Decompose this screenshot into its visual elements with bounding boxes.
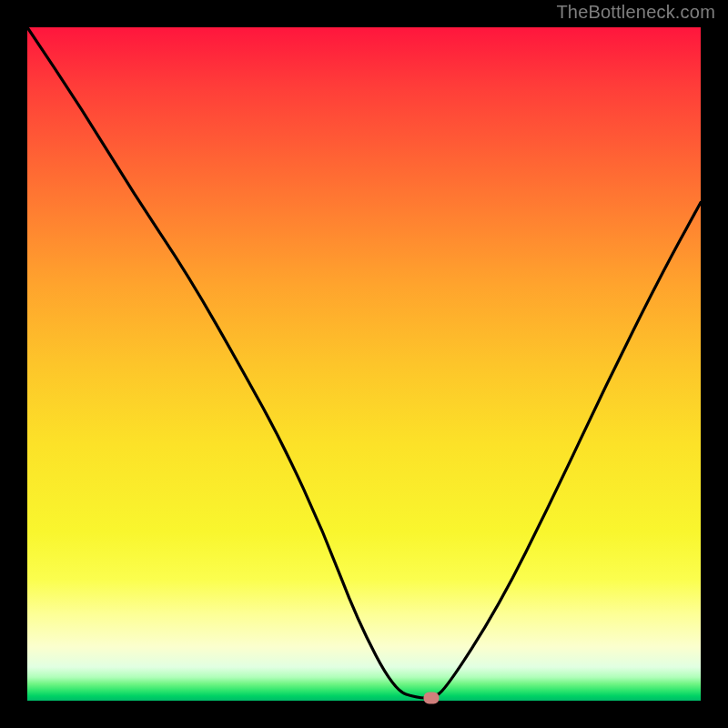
optimal-point-marker xyxy=(424,693,440,704)
chart-container: TheBottleneck.com xyxy=(0,0,728,728)
curve-svg xyxy=(27,27,701,701)
bottleneck-curve xyxy=(27,27,701,698)
plot-area xyxy=(27,27,701,701)
attribution-text: TheBottleneck.com xyxy=(556,2,715,23)
